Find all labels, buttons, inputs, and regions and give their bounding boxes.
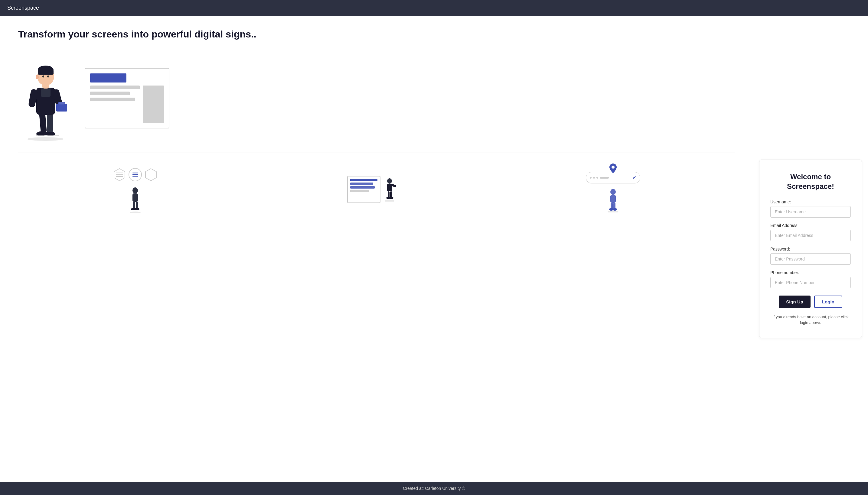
mockup-line-2 bbox=[90, 91, 130, 95]
app-header: Screenspace bbox=[0, 0, 868, 16]
email-label: Email Address: bbox=[770, 223, 851, 228]
phone-group: Phone number: bbox=[770, 270, 851, 288]
svg-point-28 bbox=[132, 187, 138, 193]
email-input[interactable] bbox=[770, 230, 851, 241]
form-note: If you already have an account, please c… bbox=[770, 314, 851, 326]
mini-person-2 bbox=[383, 177, 396, 202]
svg-rect-2 bbox=[47, 112, 53, 133]
hexagons-illustration bbox=[113, 168, 158, 214]
mockup-header-bar bbox=[90, 73, 127, 83]
svg-rect-41 bbox=[392, 184, 396, 187]
tablet-line-2 bbox=[350, 183, 374, 185]
form-title-text: Welcome toScreenspace! bbox=[787, 173, 834, 190]
form-title: Welcome toScreenspace! bbox=[770, 172, 851, 191]
form-card: Welcome toScreenspace! Username: Email A… bbox=[759, 159, 862, 338]
mockup-line-1 bbox=[90, 86, 140, 89]
tablet-mockup bbox=[347, 176, 380, 203]
map-check-icon: ✓ bbox=[633, 175, 636, 181]
svg-point-16 bbox=[47, 75, 49, 78]
footer: Created at: Carleton University © bbox=[0, 482, 868, 495]
svg-point-40 bbox=[389, 197, 393, 199]
map-dot-1 bbox=[590, 177, 592, 178]
map-dot-3 bbox=[596, 177, 598, 178]
list-circle-icon bbox=[129, 168, 142, 181]
top-illustration bbox=[18, 53, 735, 153]
list-icon bbox=[132, 171, 138, 178]
right-panel: Welcome toScreenspace! Username: Email A… bbox=[753, 16, 868, 482]
map-line bbox=[600, 177, 609, 178]
svg-rect-23 bbox=[132, 173, 138, 173]
email-group: Email Address: bbox=[770, 223, 851, 241]
mockup-content-area bbox=[90, 86, 164, 123]
map-illustration: ✓ bbox=[586, 169, 640, 212]
svg-rect-6 bbox=[41, 88, 50, 97]
login-button[interactable]: Login bbox=[814, 295, 842, 308]
app-title: Screenspace bbox=[7, 5, 39, 11]
svg-point-4 bbox=[46, 132, 55, 136]
map-dots bbox=[590, 177, 609, 178]
footer-text: Created at: Carleton University © bbox=[403, 486, 465, 491]
svg-rect-24 bbox=[132, 174, 138, 175]
bottom-illustrations: ✓ bbox=[18, 165, 735, 214]
svg-point-17 bbox=[36, 75, 39, 79]
mockup-lines bbox=[90, 86, 140, 123]
tagline: Transform your screens into powerful dig… bbox=[18, 28, 735, 41]
location-pin bbox=[609, 164, 617, 174]
svg-rect-10 bbox=[59, 102, 65, 105]
main-content: Transform your screens into powerful dig… bbox=[0, 16, 868, 482]
svg-point-49 bbox=[612, 208, 617, 211]
svg-point-15 bbox=[42, 75, 44, 78]
svg-point-44 bbox=[610, 189, 616, 195]
mini-person-1 bbox=[128, 186, 143, 214]
button-row: Sign Up Login bbox=[770, 295, 851, 308]
svg-point-34 bbox=[385, 200, 394, 202]
username-input[interactable] bbox=[770, 206, 851, 218]
svg-point-42 bbox=[611, 166, 615, 169]
svg-rect-45 bbox=[610, 195, 616, 203]
svg-marker-26 bbox=[146, 169, 157, 181]
username-label: Username: bbox=[770, 200, 851, 204]
svg-point-35 bbox=[387, 178, 392, 184]
tablet-line-4 bbox=[350, 190, 369, 192]
phone-input[interactable] bbox=[770, 277, 851, 288]
password-group: Password: bbox=[770, 246, 851, 265]
hex-icon-right bbox=[144, 168, 158, 181]
mockup-sidebar bbox=[143, 86, 164, 123]
hex-icon-left bbox=[113, 168, 126, 181]
svg-rect-9 bbox=[56, 104, 67, 112]
mini-person-3 bbox=[605, 188, 621, 212]
svg-rect-29 bbox=[132, 193, 138, 202]
screen-mockup bbox=[85, 68, 169, 129]
signup-button[interactable]: Sign Up bbox=[779, 295, 810, 308]
password-label: Password: bbox=[770, 246, 851, 252]
svg-point-27 bbox=[130, 211, 141, 214]
password-input[interactable] bbox=[770, 253, 851, 265]
pin-icon bbox=[609, 164, 617, 173]
phone-label: Phone number: bbox=[770, 270, 851, 275]
svg-point-43 bbox=[608, 211, 619, 212]
mockup-line-3 bbox=[90, 98, 135, 101]
tablet-illustration bbox=[347, 176, 396, 205]
svg-point-33 bbox=[135, 208, 140, 210]
map-dot-2 bbox=[593, 177, 595, 178]
username-group: Username: bbox=[770, 200, 851, 218]
person-illustration bbox=[18, 53, 72, 143]
left-panel: Transform your screens into powerful dig… bbox=[0, 16, 753, 482]
tablet-line-1 bbox=[350, 179, 377, 181]
svg-point-0 bbox=[27, 137, 64, 141]
svg-rect-14 bbox=[38, 70, 53, 75]
svg-rect-36 bbox=[387, 184, 392, 191]
tablet-line-3 bbox=[350, 186, 375, 189]
svg-rect-25 bbox=[132, 176, 138, 177]
